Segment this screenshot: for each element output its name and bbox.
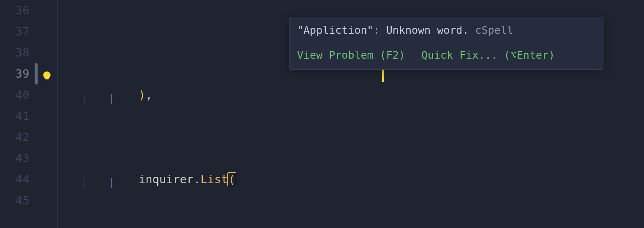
line-number: 38 (0, 42, 30, 63)
line-number: 42 (0, 127, 30, 148)
line-number: 36 (0, 0, 30, 21)
hover-actions: View Problem (F2) Quick Fix... (⌥Enter) (289, 43, 603, 69)
glyph-margin (37, 0, 58, 228)
dot: . (194, 173, 200, 186)
paren-open: ( (227, 172, 236, 186)
hover-source: cSpell (469, 24, 513, 36)
view-problem-action[interactable]: View Problem (F2) (297, 46, 405, 65)
comma: , (145, 88, 152, 101)
hover-message: "Appliction": Unknown word. cSpell (289, 17, 603, 43)
hover-text: Unknown word. (386, 24, 469, 36)
lightbulb-icon[interactable] (41, 68, 52, 89)
code-line[interactable]: ), (58, 84, 644, 106)
line-number: 39 (0, 63, 30, 84)
hover-word: "Appliction" (297, 24, 374, 36)
code-line[interactable]: inquirer.List( (58, 169, 644, 190)
identifier: inquirer (139, 173, 194, 186)
quick-fix-action[interactable]: Quick Fix... (⌥Enter) (421, 46, 555, 65)
line-number-gutter: 36 37 38 39 40 41 42 43 44 45 (0, 0, 37, 228)
line-number: 45 (0, 190, 30, 211)
line-number: 41 (0, 106, 30, 127)
line-number: 40 (0, 84, 30, 106)
line-number: 44 (0, 169, 30, 190)
line-number: 37 (0, 21, 30, 42)
code-editor[interactable]: 36 37 38 39 40 41 42 43 44 45 ), inquire… (0, 0, 644, 228)
line-number: 43 (0, 148, 30, 169)
method: List (200, 173, 228, 186)
hover-tooltip: "Appliction": Unknown word. cSpell View … (289, 17, 603, 70)
paren-close: ) (139, 88, 145, 101)
